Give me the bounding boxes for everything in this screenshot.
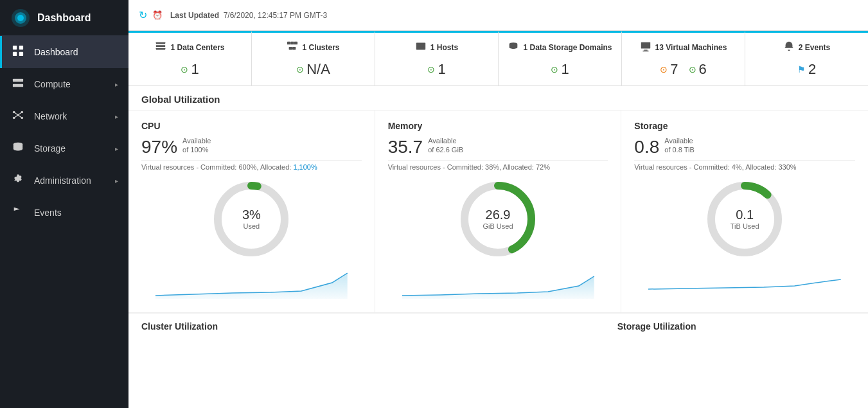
refresh-icon[interactable]: ↻ bbox=[139, 9, 147, 21]
stat-card-values: ⊙ 1 bbox=[181, 61, 199, 78]
util-panel-title: Memory bbox=[388, 121, 608, 131]
stat-card-storage-domains[interactable]: 1 Data Storage Domains ⊙ 1 bbox=[499, 31, 622, 85]
sparkline-area bbox=[634, 263, 855, 302]
svg-rect-27 bbox=[289, 47, 292, 50]
util-sub: Available of 0.8 TiB bbox=[664, 136, 694, 155]
chevron-right-icon: ▸ bbox=[115, 177, 118, 184]
server-icon bbox=[12, 77, 26, 91]
allocated-link[interactable]: 1,100% bbox=[293, 163, 317, 171]
svg-rect-26 bbox=[294, 42, 297, 45]
stat-card-label: 1 Hosts bbox=[430, 43, 458, 52]
util-sub-value: of 100% bbox=[182, 145, 211, 154]
storage-icon bbox=[508, 40, 519, 55]
header-bar: ↻ ⏰ Last Updated 7/6/2020, 12:45:17 PM G… bbox=[128, 0, 868, 31]
stat-indicator: ⊙ bbox=[296, 64, 304, 75]
sidebar-item-dashboard[interactable]: Dashboard bbox=[0, 36, 128, 68]
committed-text: Virtual resources - Committed: 4%, Alloc… bbox=[634, 163, 796, 171]
donut-value: 3% bbox=[242, 208, 261, 221]
donut-value: 26.9 bbox=[483, 208, 513, 221]
donut-area: 3% Used bbox=[141, 171, 362, 263]
donut-label: 26.9 GiB Used bbox=[483, 208, 513, 230]
stat-number: 7 bbox=[670, 61, 678, 78]
donut-container: 3% Used bbox=[209, 177, 293, 261]
util-sub: Available of 62.6 GiB bbox=[428, 136, 463, 155]
app-title: Dashboard bbox=[37, 12, 91, 24]
last-updated-text: Last Updated 7/6/2020, 12:45:17 PM GMT-3 bbox=[170, 11, 327, 20]
stat-indicator: ⊙ bbox=[660, 64, 668, 75]
stat-card-data-centers[interactable]: 1 Data Centers ⊙ 1 bbox=[128, 31, 252, 85]
sidebar-item-compute[interactable]: Compute ▸ bbox=[0, 68, 128, 100]
svg-rect-3 bbox=[13, 46, 17, 49]
donut-unit: TiB Used bbox=[731, 222, 759, 230]
svg-rect-35 bbox=[642, 51, 648, 51]
stat-indicator: ⊙ bbox=[427, 64, 435, 75]
stat-card-values: ⊙ 1 bbox=[551, 61, 569, 78]
ovirt-logo-icon bbox=[10, 8, 31, 28]
svg-point-10 bbox=[21, 85, 22, 86]
stat-number: 6 bbox=[699, 61, 707, 78]
main-content: ↻ ⏰ Last Updated 7/6/2020, 12:45:17 PM G… bbox=[128, 0, 868, 408]
stat-indicator: ⊙ bbox=[689, 64, 696, 75]
sparkline-area bbox=[388, 263, 608, 302]
svg-rect-25 bbox=[291, 42, 294, 45]
util-main-row: 97% Available of 100% bbox=[141, 136, 362, 157]
svg-line-17 bbox=[18, 112, 22, 116]
stat-indicator: ⚑ bbox=[797, 64, 806, 75]
stat-number: 1 bbox=[191, 61, 199, 78]
storage-utilization-title: Storage Utilization bbox=[617, 321, 855, 332]
stat-card-header: 2 Events bbox=[783, 40, 830, 55]
donut-unit: GiB Used bbox=[483, 222, 513, 230]
svg-rect-23 bbox=[156, 48, 165, 50]
storage-icon bbox=[12, 141, 26, 155]
gear-icon bbox=[12, 173, 26, 188]
svg-line-18 bbox=[14, 115, 18, 118]
sidebar-item-events[interactable]: Events bbox=[0, 197, 128, 229]
stat-card-vms[interactable]: 13 Virtual Machines ⊙ 7 ⊙ 6 bbox=[622, 31, 745, 85]
stat-card-values: ⊙ 7 ⊙ 6 bbox=[660, 61, 707, 78]
network-icon bbox=[12, 109, 26, 123]
stat-value-block: ⊙ 7 bbox=[660, 61, 678, 78]
bottom-section: Cluster Utilization Storage Utilization bbox=[128, 313, 868, 337]
stat-card-header: 13 Virtual Machines bbox=[640, 40, 727, 55]
util-big-number: 35.7 bbox=[388, 137, 423, 157]
grid-icon bbox=[12, 45, 26, 59]
sidebar-item-storage[interactable]: Storage ▸ bbox=[0, 132, 128, 164]
svg-point-9 bbox=[21, 80, 22, 81]
sidebar-item-administration[interactable]: Administration ▸ bbox=[0, 164, 128, 197]
stat-card-events[interactable]: 2 Events ⚑ 2 bbox=[745, 31, 868, 85]
util-panel-storage: Storage 0.8 Available of 0.8 TiB Virtual… bbox=[621, 111, 868, 312]
committed-text: Virtual resources - Committed: 38%, Allo… bbox=[388, 163, 550, 171]
stats-cards-row: 1 Data Centers ⊙ 1 1 Clusters ⊙ N/A 1 Ho… bbox=[128, 31, 868, 86]
sidebar-label-events: Events bbox=[34, 208, 118, 218]
sidebar-label-storage: Storage bbox=[34, 143, 115, 154]
stat-value-block: ⊙ 1 bbox=[181, 61, 199, 78]
stat-card-label: 1 Data Centers bbox=[170, 43, 224, 52]
stat-card-label: 2 Events bbox=[799, 43, 830, 52]
sidebar-label-dashboard: Dashboard bbox=[34, 47, 118, 57]
util-main-row: 35.7 Available of 62.6 GiB bbox=[388, 136, 608, 157]
stat-card-header: 1 Data Storage Domains bbox=[508, 40, 612, 55]
stat-card-label: 1 Clusters bbox=[302, 43, 339, 52]
stat-number: 2 bbox=[808, 61, 816, 78]
donut-area: 0.1 TiB Used bbox=[634, 171, 855, 263]
main-scroll-area: Global Utilization CPU 97% Available of … bbox=[128, 86, 868, 408]
stat-card-header: 1 Clusters bbox=[287, 40, 339, 55]
stat-card-header: 1 Data Centers bbox=[155, 40, 224, 55]
sidebar-label-compute: Compute bbox=[34, 79, 115, 89]
sparkline-svg bbox=[148, 263, 355, 299]
stat-number: 1 bbox=[438, 61, 445, 78]
cluster-utilization-title: Cluster Utilization bbox=[141, 321, 379, 332]
sidebar-item-network[interactable]: Network ▸ bbox=[0, 100, 128, 132]
stat-card-hosts[interactable]: 1 Hosts ⊙ 1 bbox=[375, 31, 499, 85]
clock-icon: ⏰ bbox=[152, 10, 163, 20]
svg-rect-6 bbox=[19, 52, 23, 56]
stat-card-clusters[interactable]: 1 Clusters ⊙ N/A bbox=[252, 31, 375, 85]
svg-rect-30 bbox=[418, 44, 423, 46]
svg-rect-4 bbox=[19, 46, 23, 49]
stat-card-label: 1 Data Storage Domains bbox=[523, 43, 612, 52]
vm-icon bbox=[640, 40, 651, 55]
sparkline-svg bbox=[394, 263, 602, 299]
donut-area: 26.9 GiB Used bbox=[388, 171, 608, 263]
donut-unit: Used bbox=[242, 222, 261, 230]
util-sub-label: Available bbox=[182, 136, 211, 145]
